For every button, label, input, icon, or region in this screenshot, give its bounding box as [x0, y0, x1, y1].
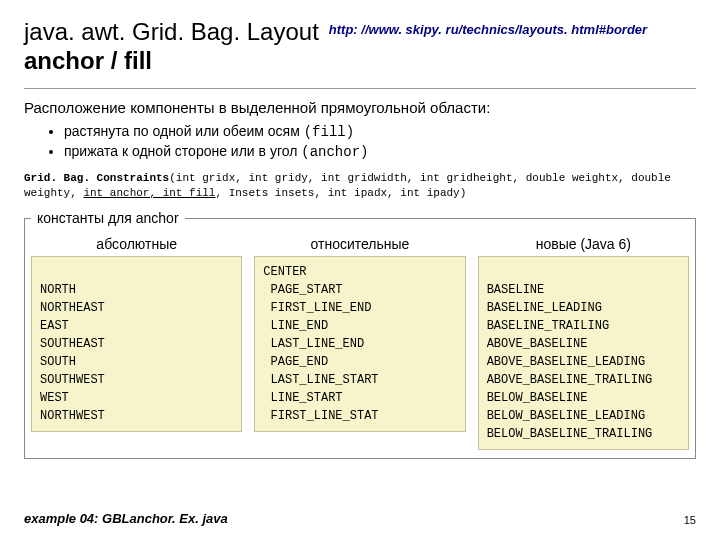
- column-heading: абсолютные: [31, 236, 242, 252]
- divider: [24, 88, 696, 89]
- column-relative: относительные CENTER PAGE_START FIRST_LI…: [254, 236, 465, 450]
- column-heading: относительные: [254, 236, 465, 252]
- bullet-list: растянута по одной или обеим осям (fill)…: [64, 122, 696, 163]
- constants-listbox: CENTER PAGE_START FIRST_LINE_END LINE_EN…: [254, 256, 465, 432]
- example-reference: example 04: GBLanchor. Ex. java: [24, 511, 228, 526]
- constants-listbox: NORTH NORTHEAST EAST SOUTHEAST SOUTH SOU…: [31, 256, 242, 432]
- constructor-signature: Grid. Bag. Constraints(int gridx, int gr…: [24, 171, 696, 201]
- constants-columns: абсолютные NORTH NORTHEAST EAST SOUTHEAS…: [31, 236, 689, 450]
- constants-group: константы для anchor абсолютные NORTH NO…: [24, 210, 696, 459]
- constants-legend: константы для anchor: [31, 210, 185, 226]
- list-item: прижата к одной стороне или в угол (anch…: [64, 142, 696, 163]
- list-item: растянута по одной или обеим осям (fill): [64, 122, 696, 143]
- title-line-2: anchor / fill: [24, 47, 152, 74]
- column-java6: новые (Java 6) BASELINE BASELINE_LEADING…: [478, 236, 689, 450]
- header: java. awt. Grid. Bag. Layout anchor / fi…: [24, 18, 696, 76]
- constants-listbox: BASELINE BASELINE_LEADING BASELINE_TRAIL…: [478, 256, 689, 450]
- column-absolute: абсолютные NORTH NORTHEAST EAST SOUTHEAS…: [31, 236, 242, 450]
- title-line-1: java. awt. Grid. Bag. Layout: [24, 18, 319, 45]
- subheading: Расположение компоненты в выделенной пря…: [24, 99, 696, 116]
- reference-url: http: //www. skipy. ru/technics/layouts.…: [329, 22, 647, 37]
- page-number: 15: [684, 514, 696, 526]
- page-title: java. awt. Grid. Bag. Layout anchor / fi…: [24, 18, 319, 76]
- column-heading: новые (Java 6): [478, 236, 689, 252]
